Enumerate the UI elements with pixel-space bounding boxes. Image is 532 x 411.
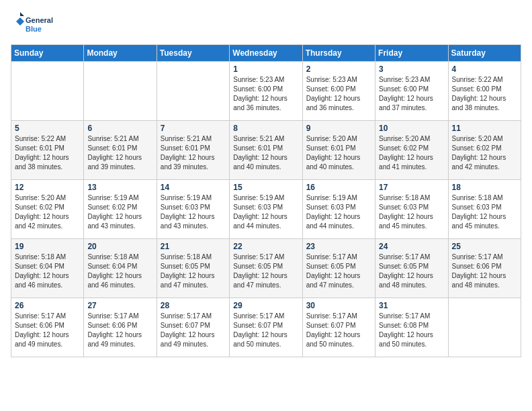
day-number: 8	[233, 124, 298, 133]
calendar-cell: 2Sunrise: 5:23 AM Sunset: 6:00 PM Daylig…	[302, 62, 375, 121]
calendar-cell: 27Sunrise: 5:17 AM Sunset: 6:06 PM Dayli…	[84, 298, 157, 357]
calendar-cell: 25Sunrise: 5:17 AM Sunset: 6:06 PM Dayli…	[448, 239, 521, 298]
calendar-week-5: 26Sunrise: 5:17 AM Sunset: 6:06 PM Dayli…	[11, 298, 521, 357]
day-number: 4	[452, 64, 517, 74]
calendar-cell: 16Sunrise: 5:19 AM Sunset: 6:03 PM Dayli…	[302, 180, 375, 239]
calendar-cell: 1Sunrise: 5:23 AM Sunset: 6:00 PM Daylig…	[230, 62, 302, 121]
calendar-cell: 23Sunrise: 5:17 AM Sunset: 6:05 PM Dayli…	[302, 239, 375, 298]
day-number: 26	[15, 301, 80, 310]
svg-marker-2	[16, 17, 24, 26]
calendar-cell: 22Sunrise: 5:17 AM Sunset: 6:05 PM Dayli…	[230, 239, 302, 298]
day-number: 11	[452, 124, 517, 133]
day-info: Sunrise: 5:19 AM Sunset: 6:03 PM Dayligh…	[233, 193, 298, 231]
day-info: Sunrise: 5:17 AM Sunset: 6:06 PM Dayligh…	[452, 253, 517, 290]
calendar-cell: 10Sunrise: 5:20 AM Sunset: 6:02 PM Dayli…	[375, 121, 448, 180]
day-info: Sunrise: 5:22 AM Sunset: 6:01 PM Dayligh…	[15, 134, 80, 172]
day-number: 16	[306, 183, 371, 192]
day-info: Sunrise: 5:21 AM Sunset: 6:01 PM Dayligh…	[161, 134, 226, 172]
day-info: Sunrise: 5:23 AM Sunset: 6:00 PM Dayligh…	[233, 75, 298, 113]
day-number: 15	[233, 183, 298, 192]
calendar-cell	[448, 298, 521, 357]
calendar-cell: 17Sunrise: 5:18 AM Sunset: 6:03 PM Dayli…	[375, 180, 448, 239]
calendar-cell: 15Sunrise: 5:19 AM Sunset: 6:03 PM Dayli…	[230, 180, 302, 239]
day-info: Sunrise: 5:17 AM Sunset: 6:05 PM Dayligh…	[306, 253, 371, 290]
calendar-cell: 6Sunrise: 5:21 AM Sunset: 6:01 PM Daylig…	[84, 121, 157, 180]
day-number: 31	[379, 301, 444, 310]
calendar-cell: 19Sunrise: 5:18 AM Sunset: 6:04 PM Dayli…	[11, 239, 84, 298]
logo: General Blue	[11, 11, 58, 38]
calendar-cell: 13Sunrise: 5:19 AM Sunset: 6:02 PM Dayli…	[84, 180, 157, 239]
day-info: Sunrise: 5:23 AM Sunset: 6:00 PM Dayligh…	[306, 75, 371, 113]
day-info: Sunrise: 5:18 AM Sunset: 6:03 PM Dayligh…	[379, 193, 444, 231]
page-header: General Blue	[11, 11, 521, 38]
day-number: 27	[87, 301, 152, 310]
calendar-cell: 31Sunrise: 5:17 AM Sunset: 6:08 PM Dayli…	[375, 298, 448, 357]
calendar-cell: 4Sunrise: 5:22 AM Sunset: 6:00 PM Daylig…	[448, 62, 521, 121]
day-number: 7	[161, 124, 226, 133]
day-info: Sunrise: 5:22 AM Sunset: 6:00 PM Dayligh…	[452, 75, 517, 113]
day-number: 9	[306, 124, 371, 133]
day-number: 28	[161, 301, 226, 310]
calendar-cell: 5Sunrise: 5:22 AM Sunset: 6:01 PM Daylig…	[11, 121, 84, 180]
calendar-week-3: 12Sunrise: 5:20 AM Sunset: 6:02 PM Dayli…	[11, 180, 521, 239]
weekday-header-tuesday: Tuesday	[157, 45, 229, 62]
day-number: 18	[452, 183, 517, 192]
calendar-cell: 29Sunrise: 5:17 AM Sunset: 6:07 PM Dayli…	[230, 298, 302, 357]
calendar-cell: 9Sunrise: 5:20 AM Sunset: 6:01 PM Daylig…	[302, 121, 375, 180]
day-info: Sunrise: 5:21 AM Sunset: 6:01 PM Dayligh…	[87, 134, 152, 172]
calendar-week-4: 19Sunrise: 5:18 AM Sunset: 6:04 PM Dayli…	[11, 239, 521, 298]
day-info: Sunrise: 5:17 AM Sunset: 6:07 PM Dayligh…	[161, 312, 226, 349]
calendar-cell: 12Sunrise: 5:20 AM Sunset: 6:02 PM Dayli…	[11, 180, 84, 239]
day-info: Sunrise: 5:18 AM Sunset: 6:04 PM Dayligh…	[15, 253, 80, 290]
day-info: Sunrise: 5:17 AM Sunset: 6:05 PM Dayligh…	[233, 253, 298, 290]
calendar-table: SundayMondayTuesdayWednesdayThursdayFrid…	[11, 44, 521, 357]
day-info: Sunrise: 5:18 AM Sunset: 6:05 PM Dayligh…	[161, 253, 226, 290]
calendar-cell: 20Sunrise: 5:18 AM Sunset: 6:04 PM Dayli…	[84, 239, 157, 298]
day-info: Sunrise: 5:23 AM Sunset: 6:00 PM Dayligh…	[379, 75, 444, 113]
calendar-cell: 24Sunrise: 5:17 AM Sunset: 6:05 PM Dayli…	[375, 239, 448, 298]
day-number: 10	[379, 124, 444, 133]
day-number: 13	[87, 183, 152, 192]
calendar-week-1: 1Sunrise: 5:23 AM Sunset: 6:00 PM Daylig…	[11, 62, 521, 121]
day-number: 12	[15, 183, 80, 192]
day-info: Sunrise: 5:18 AM Sunset: 6:03 PM Dayligh…	[452, 193, 517, 231]
day-number: 29	[233, 301, 298, 310]
weekday-header-thursday: Thursday	[302, 45, 375, 62]
day-number: 14	[161, 183, 226, 192]
day-info: Sunrise: 5:17 AM Sunset: 6:07 PM Dayligh…	[233, 312, 298, 349]
day-info: Sunrise: 5:20 AM Sunset: 6:02 PM Dayligh…	[15, 193, 80, 231]
weekday-header-monday: Monday	[84, 45, 157, 62]
calendar-cell: 8Sunrise: 5:21 AM Sunset: 6:01 PM Daylig…	[230, 121, 302, 180]
day-info: Sunrise: 5:17 AM Sunset: 6:06 PM Dayligh…	[87, 312, 152, 349]
day-number: 30	[306, 301, 371, 310]
day-number: 23	[306, 242, 371, 251]
calendar-cell: 18Sunrise: 5:18 AM Sunset: 6:03 PM Dayli…	[448, 180, 521, 239]
day-number: 25	[452, 242, 517, 251]
calendar-cell: 30Sunrise: 5:17 AM Sunset: 6:07 PM Dayli…	[302, 298, 375, 357]
calendar-cell: 3Sunrise: 5:23 AM Sunset: 6:00 PM Daylig…	[375, 62, 448, 121]
weekday-header-wednesday: Wednesday	[230, 45, 302, 62]
day-number: 5	[15, 124, 80, 133]
day-number: 2	[306, 64, 371, 74]
weekday-header-row: SundayMondayTuesdayWednesdayThursdayFrid…	[11, 45, 521, 62]
day-number: 1	[233, 64, 298, 74]
svg-marker-3	[20, 12, 24, 16]
calendar-cell	[11, 62, 84, 121]
day-number: 3	[379, 64, 444, 74]
calendar-cell: 11Sunrise: 5:20 AM Sunset: 6:02 PM Dayli…	[448, 121, 521, 180]
calendar-cell: 7Sunrise: 5:21 AM Sunset: 6:01 PM Daylig…	[157, 121, 229, 180]
day-number: 21	[161, 242, 226, 251]
day-number: 17	[379, 183, 444, 192]
calendar-cell: 28Sunrise: 5:17 AM Sunset: 6:07 PM Dayli…	[157, 298, 229, 357]
calendar-week-2: 5Sunrise: 5:22 AM Sunset: 6:01 PM Daylig…	[11, 121, 521, 180]
day-number: 20	[87, 242, 152, 251]
weekday-header-sunday: Sunday	[11, 45, 84, 62]
weekday-header-saturday: Saturday	[448, 45, 521, 62]
day-number: 24	[379, 242, 444, 251]
day-info: Sunrise: 5:20 AM Sunset: 6:02 PM Dayligh…	[379, 134, 444, 172]
day-info: Sunrise: 5:21 AM Sunset: 6:01 PM Dayligh…	[233, 134, 298, 172]
svg-text:Blue: Blue	[26, 25, 42, 33]
day-info: Sunrise: 5:20 AM Sunset: 6:01 PM Dayligh…	[306, 134, 371, 172]
day-number: 22	[233, 242, 298, 251]
calendar-cell	[84, 62, 157, 121]
